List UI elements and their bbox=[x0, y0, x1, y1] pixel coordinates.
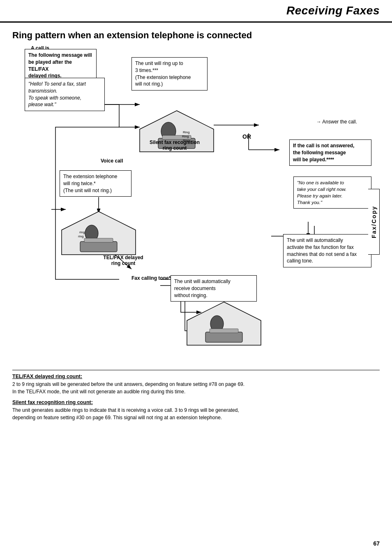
footnote-telfax-title: TEL/FAX delayed ring count: bbox=[12, 374, 380, 379]
section-title: Ring pattern when an extension telephone… bbox=[0, 23, 392, 45]
box-no-one-available: "No one is available to take your call r… bbox=[293, 176, 371, 209]
page-number: 67 bbox=[373, 540, 380, 547]
box-hello-message: "Hello! To send a fax, start transmissio… bbox=[25, 78, 105, 111]
box-ext-ring-twice: The extension telephone will ring twice.… bbox=[60, 170, 131, 197]
footnotes-section: TEL/FAX delayed ring count: 2 to 9 ring … bbox=[12, 370, 380, 421]
box-auto-receive: The unit will automatically receive docu… bbox=[171, 275, 257, 302]
svg-text:Ring: Ring bbox=[183, 130, 189, 134]
svg-rect-31 bbox=[210, 329, 238, 333]
label-answer-call: → Answer the call. bbox=[316, 119, 357, 125]
page-header: Receiving Faxes bbox=[0, 0, 392, 23]
page-title: Receiving Faxes bbox=[286, 4, 380, 17]
box-message-will-play: The following message will be played aft… bbox=[25, 49, 97, 82]
footnote-silent-text: The unit generates audible rings to indi… bbox=[12, 406, 380, 421]
sidebar-tab-faxcopy: Fax/Copy bbox=[368, 189, 380, 255]
label-silent-fax-recognition: Silent fax recognition ring count bbox=[142, 139, 208, 151]
label-or: OR bbox=[242, 133, 251, 140]
svg-rect-26 bbox=[84, 238, 113, 242]
footnote-silent-title: Silent fax recognition ring count: bbox=[12, 399, 380, 405]
box-if-not-answered: If the call is not answered, the followi… bbox=[289, 139, 371, 166]
label-voice-call: Voice call bbox=[101, 158, 123, 164]
svg-rect-25 bbox=[80, 242, 117, 252]
middle-fax-device-group: ring ring bbox=[60, 209, 138, 258]
bottom-fax-device-group bbox=[185, 300, 263, 348]
svg-text:Ring: Ring bbox=[182, 135, 189, 138]
svg-text:ring: ring bbox=[79, 230, 85, 234]
svg-rect-30 bbox=[205, 332, 242, 342]
label-telfax-delayed: TEL/FAX delayed ring count bbox=[90, 255, 156, 266]
footnote-telfax-text: 2 to 9 ring signals will be generated be… bbox=[12, 381, 380, 395]
box-ring-up-to: The unit will ring up to 3 times.*** (Th… bbox=[131, 57, 208, 91]
box-auto-activate: The unit will automatically activate the… bbox=[283, 234, 371, 267]
svg-text:ring: ring bbox=[78, 235, 83, 238]
diagram-area: The following message will be played aft… bbox=[12, 45, 380, 366]
